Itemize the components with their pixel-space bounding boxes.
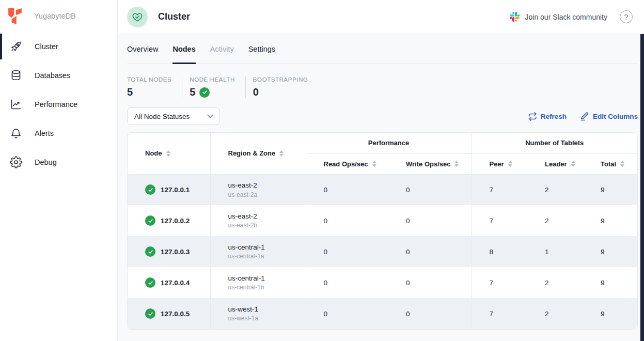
refresh-button[interactable]: Refresh: [528, 112, 567, 121]
bell-icon: [10, 127, 22, 140]
leader-cell: 2: [527, 298, 583, 329]
region-zone-cell: us-east-2us-east-2b: [210, 205, 306, 236]
write-ops-cell: 0: [388, 267, 472, 298]
page-title: Cluster: [158, 11, 190, 22]
group-header-tablets: Number of Tablets: [472, 133, 637, 153]
sidebar-item-label: Alerts: [35, 129, 54, 137]
sidebar: YugabyteDB Cluster Databases: [0, 0, 118, 341]
write-ops-cell: 0: [388, 205, 472, 236]
total-cell: 9: [583, 298, 637, 329]
stat-label: BOOTSTRAPPING: [253, 76, 308, 83]
healthy-check-icon: [199, 87, 210, 98]
sidebar-item-label: Databases: [35, 71, 70, 80]
node-cell: 127.0.0.4: [128, 267, 210, 298]
help-button[interactable]: ?: [620, 10, 633, 23]
slack-community-link[interactable]: Join our Slack community: [510, 12, 607, 22]
column-header-read-ops[interactable]: Read Ops/sec: [306, 153, 388, 174]
node-cell: 127.0.0.3: [128, 236, 210, 267]
region-zone-cell: us-central-1us-central-1b: [210, 267, 306, 298]
topbar: Cluster Join our Slack community ?: [118, 0, 644, 34]
node-cell: 127.0.0.1: [128, 174, 210, 205]
slack-link-label: Join our Slack community: [525, 13, 607, 21]
node-healthy-icon: [145, 215, 155, 226]
sidebar-item-cluster[interactable]: Cluster: [0, 32, 117, 61]
content: Overview Nodes Activity Settings TOTAL N…: [118, 34, 644, 330]
stat-value: 0: [253, 86, 308, 98]
sort-icon: [279, 150, 284, 157]
column-header-total[interactable]: Total: [583, 153, 637, 174]
total-cell: 9: [583, 205, 637, 236]
read-ops-cell: 0: [306, 205, 388, 236]
leader-cell: 2: [527, 267, 583, 298]
write-ops-cell: 0: [388, 174, 472, 205]
read-ops-cell: 0: [306, 298, 388, 329]
main-area: Cluster Join our Slack community ? Overv…: [118, 0, 644, 341]
total-cell: 9: [583, 174, 637, 205]
total-cell: 9: [583, 267, 637, 298]
tabbar: Overview Nodes Activity Settings: [127, 34, 638, 64]
read-ops-cell: 0: [306, 174, 388, 205]
gear-icon: [10, 156, 22, 168]
sidebar-item-label: Cluster: [35, 42, 58, 51]
brand-name: YugabyteDB: [34, 12, 76, 20]
chevron-down-icon: [207, 114, 213, 118]
node-healthy-icon: [145, 308, 155, 319]
stat-label: NODE HEALTH: [190, 76, 235, 83]
table-row: 127.0.0.4 us-central-1us-central-1b 0 0 …: [128, 267, 637, 298]
column-header-write-ops[interactable]: Write Ops/sec: [388, 153, 472, 174]
stat-value: 5: [190, 86, 235, 98]
stat-node-health: NODE HEALTH 5: [182, 76, 246, 98]
yugabytedb-logo-icon: [7, 8, 23, 25]
column-header-region-zone[interactable]: Region & Zone: [210, 133, 306, 174]
slack-icon: [510, 12, 520, 22]
chart-line-icon: [10, 98, 22, 111]
column-header-leader[interactable]: Leader: [527, 153, 583, 174]
tab-nodes[interactable]: Nodes: [172, 34, 195, 64]
node-healthy-icon: [145, 184, 155, 195]
edit-columns-label: Edit Columns: [593, 113, 638, 120]
cluster-health-icon: [127, 7, 148, 27]
node-status-dropdown[interactable]: All Node Statuses: [127, 107, 220, 125]
stat-bootstrapping: BOOTSTRAPPING 0: [246, 76, 319, 98]
peer-cell: 7: [472, 205, 527, 236]
sort-icon: [454, 161, 459, 167]
sidebar-item-databases[interactable]: Databases: [0, 61, 117, 90]
sidebar-item-label: Debug: [35, 158, 57, 166]
edit-pencil-icon: [580, 112, 589, 121]
sidebar-item-debug[interactable]: Debug: [0, 148, 117, 177]
peer-cell: 7: [472, 267, 527, 298]
peer-cell: 7: [472, 174, 527, 205]
group-header-performance: Performance: [306, 133, 472, 153]
vertical-scrollbar[interactable]: [640, 34, 644, 341]
column-header-peer[interactable]: Peer: [472, 153, 527, 174]
filter-row: All Node Statuses Refresh Edit Columns: [127, 107, 638, 125]
sort-icon: [508, 161, 512, 167]
table-row: 127.0.0.5 us-west-1us-west-1a 0 0 7 2 9: [128, 298, 637, 329]
node-cell: 127.0.0.2: [128, 205, 210, 236]
sidebar-item-alerts[interactable]: Alerts: [0, 119, 117, 148]
tab-overview[interactable]: Overview: [127, 34, 158, 64]
sidebar-nav: Cluster Databases Performance Alerts: [0, 32, 117, 177]
nodes-table: Node Region & Zone Performance Number of…: [128, 133, 637, 329]
tab-settings[interactable]: Settings: [248, 34, 275, 64]
tab-activity[interactable]: Activity: [210, 34, 234, 64]
peer-cell: 7: [472, 298, 527, 329]
sidebar-item-label: Performance: [35, 100, 77, 109]
stat-label: TOTAL NODES: [127, 76, 171, 83]
node-cell: 127.0.0.5: [128, 298, 210, 329]
sort-icon: [372, 161, 376, 167]
edit-columns-button[interactable]: Edit Columns: [580, 112, 638, 121]
column-header-node[interactable]: Node: [128, 133, 210, 174]
read-ops-cell: 0: [306, 267, 388, 298]
heart-check-icon: [132, 11, 143, 23]
leader-cell: 1: [527, 236, 583, 267]
peer-cell: 8: [472, 236, 527, 267]
sidebar-item-performance[interactable]: Performance: [0, 90, 117, 119]
leader-cell: 2: [527, 205, 583, 236]
question-mark-icon: ?: [624, 13, 629, 21]
leader-cell: 2: [527, 174, 583, 205]
node-healthy-icon: [145, 277, 155, 288]
region-zone-cell: us-east-2us-east-2a: [210, 174, 306, 205]
stat-total-nodes: TOTAL NODES 5: [127, 76, 182, 98]
sort-icon: [166, 150, 170, 157]
